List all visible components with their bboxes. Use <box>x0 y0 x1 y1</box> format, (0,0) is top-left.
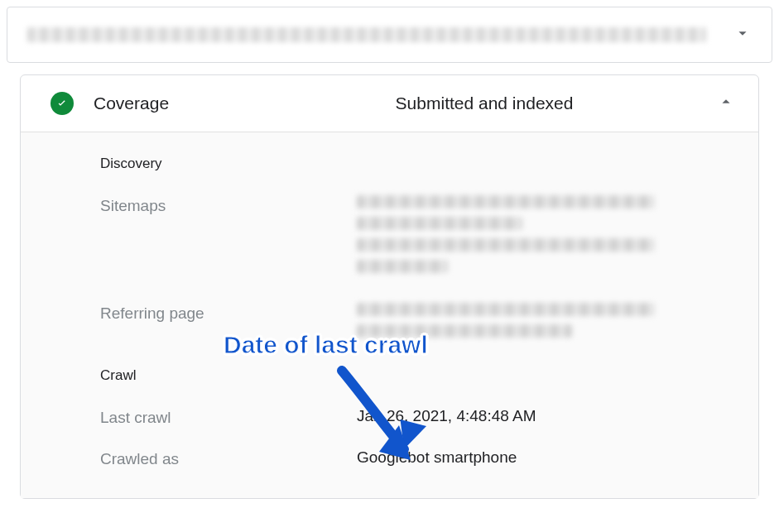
coverage-card: Coverage Submitted and indexed Discovery… <box>20 74 759 499</box>
crawled-as-value: Googlebot smartphone <box>357 448 729 467</box>
crawled-as-row: Crawled as Googlebot smartphone <box>100 448 729 468</box>
referring-page-label: Referring page <box>100 303 357 323</box>
last-crawl-row: Last crawl Jan 26, 2021, 4:48:48 AM <box>100 407 729 427</box>
sitemaps-row: Sitemaps <box>100 195 729 281</box>
coverage-status: Submitted and indexed <box>313 93 574 113</box>
sitemaps-label: Sitemaps <box>100 195 357 215</box>
url-text-blurred <box>27 27 706 42</box>
coverage-header[interactable]: Coverage Submitted and indexed <box>21 75 758 132</box>
sitemaps-value-blurred <box>357 195 663 281</box>
chevron-up-icon[interactable] <box>717 93 735 114</box>
url-bar[interactable] <box>7 7 772 63</box>
crawled-as-label: Crawled as <box>100 448 357 468</box>
last-crawl-value: Jan 26, 2021, 4:48:48 AM <box>357 407 729 425</box>
check-circle-icon <box>50 92 74 115</box>
coverage-body: Discovery Sitemaps Referring page Crawl … <box>21 132 758 498</box>
crawl-section-title: Crawl <box>100 367 729 384</box>
last-crawl-label: Last crawl <box>100 407 357 427</box>
coverage-title: Coverage <box>94 93 169 113</box>
discovery-section-title: Discovery <box>100 156 729 172</box>
referring-page-row: Referring page <box>100 303 729 346</box>
chevron-down-icon[interactable] <box>733 24 752 46</box>
referring-page-value-blurred <box>357 303 663 346</box>
